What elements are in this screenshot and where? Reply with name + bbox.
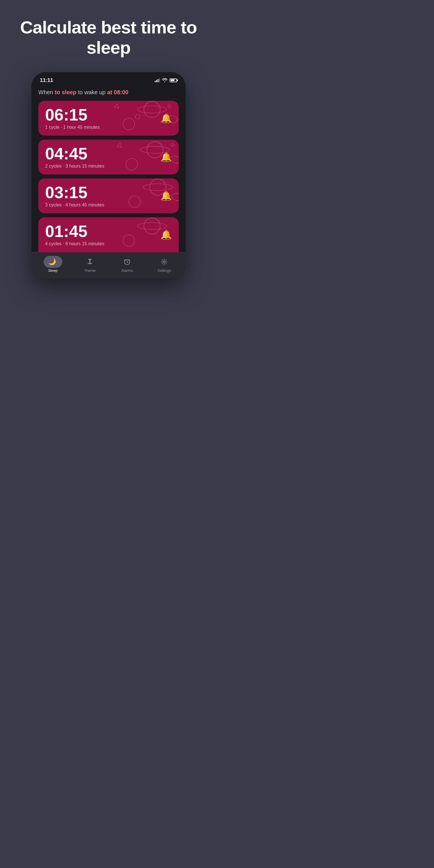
card-1-time: 06:15 [45, 106, 172, 123]
wake-text: When to sleep to wake up at 08:00 [38, 89, 179, 96]
signal-icon [155, 78, 160, 82]
hero-title: Calculate best time to sleep [6, 17, 211, 58]
moon-icon: 🌙 [48, 258, 56, 266]
svg-rect-15 [88, 259, 92, 260]
nav-item-theme[interactable]: Theme [71, 257, 108, 273]
bottom-nav: 🌙 Sleep Theme [31, 252, 186, 278]
card-3-info: 3 cycles · 4 hours 45 minutes [45, 203, 172, 208]
sleep-cards: 06:15 1 cycle · 1 hour 45 minutes 🔔 04:4… [38, 101, 179, 252]
status-bar: 11:11 [31, 72, 186, 86]
sleep-card-3[interactable]: 03:15 3 cycles · 4 hours 45 minutes 🔔 [38, 179, 179, 213]
card-1-info: 1 cycle · 1 hour 45 minutes [45, 125, 172, 130]
status-time: 11:11 [40, 78, 53, 83]
phone-content: When to sleep to wake up at 08:00 06:15 [31, 86, 186, 252]
status-icons [155, 78, 177, 82]
nav-item-alarms[interactable]: Alarms [108, 257, 146, 273]
nav-label-sleep: Sleep [48, 269, 57, 273]
phone-frame: 11:11 When to sleep to wake up at 08:00 [31, 72, 186, 278]
nav-icon-settings [160, 257, 168, 267]
nav-label-theme: Theme [84, 269, 96, 273]
nav-item-settings[interactable]: Settings [146, 257, 183, 273]
sleep-card-4[interactable]: 01:45 4 cycles · 6 hours 15 minutes 🔔 [38, 217, 179, 252]
card-2-info: 2 cycles · 3 hours 15 minutes [45, 164, 172, 169]
nav-item-sleep[interactable]: 🌙 Sleep [34, 257, 71, 273]
bell-icon-4: 🔔 [160, 229, 172, 240]
wake-highlight-time: at 08:00 [107, 89, 128, 95]
card-2-time: 04:45 [45, 145, 172, 162]
bell-icon-2: 🔔 [160, 152, 172, 162]
bell-icon-1: 🔔 [160, 113, 172, 124]
nav-label-settings: Settings [158, 269, 171, 273]
svg-rect-16 [90, 260, 91, 264]
card-4-time: 01:45 [45, 223, 172, 240]
wake-highlight-sleep: to sleep [55, 89, 76, 95]
bell-icon-3: 🔔 [160, 190, 172, 201]
nav-icon-theme [86, 257, 94, 267]
sleep-card-2[interactable]: 04:45 2 cycles · 3 hours 15 minutes 🔔 [38, 140, 179, 175]
sleep-card-1[interactable]: 06:15 1 cycle · 1 hour 45 minutes 🔔 [38, 101, 179, 135]
card-4-info: 4 cycles · 6 hours 15 minutes [45, 241, 172, 246]
nav-icon-sleep: 🌙 [44, 257, 62, 267]
nav-label-alarms: Alarms [121, 269, 133, 273]
card-3-time: 03:15 [45, 184, 172, 201]
svg-point-19 [163, 261, 165, 263]
nav-icon-alarms [123, 257, 131, 267]
wifi-icon [162, 78, 167, 82]
battery-icon [169, 79, 177, 82]
svg-rect-17 [88, 263, 92, 264]
